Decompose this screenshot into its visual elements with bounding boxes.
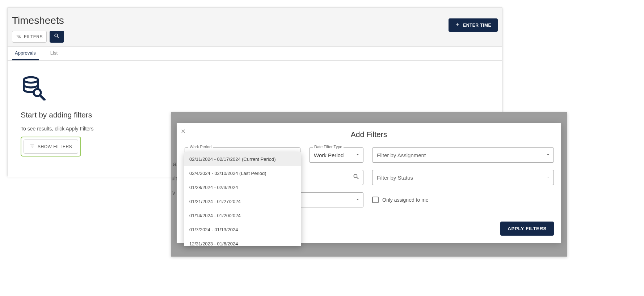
apply-filters-button[interactable]: APPLY FILTERS: [500, 222, 554, 236]
dropdown-option[interactable]: 12/31/2023 - 01/6/2024: [184, 237, 301, 246]
enter-time-button[interactable]: ENTER TIME: [449, 18, 498, 32]
only-assigned-label: Only assigned to me: [382, 197, 429, 203]
date-filter-type-label: Date Filter Type: [313, 145, 344, 149]
database-search-icon: [21, 75, 46, 100]
dropdown-option[interactable]: 02/4/2024 - 02/10/2024 (Last Period): [184, 166, 301, 180]
show-filters-label: SHOW FILTERS: [38, 144, 72, 149]
checkbox-icon[interactable]: [372, 197, 379, 203]
toolbar: FILTERS: [8, 31, 502, 46]
show-filters-button[interactable]: SHOW FILTERS: [24, 140, 78, 154]
filters-button-label: FILTERS: [24, 34, 43, 39]
svg-point-1: [24, 77, 38, 82]
dropdown-option[interactable]: 01/7/2024 - 01/13/2024: [184, 223, 301, 237]
dropdown-option[interactable]: 02/11/2024 - 02/17/2024 (Current Period): [184, 152, 301, 166]
filter-by-status-field[interactable]: Filter by Status: [372, 170, 554, 185]
filters-button[interactable]: FILTERS: [12, 31, 47, 43]
filter-by-assignment-field[interactable]: Filter by Assignment: [372, 147, 554, 163]
work-period-label: Work Period: [188, 145, 213, 149]
search-icon: [54, 33, 60, 40]
dropdown-option[interactable]: 01/21/2024 - 01/27/2024: [184, 194, 301, 209]
page-title: Timesheets: [8, 8, 502, 31]
tabs: Approvals List: [8, 46, 502, 61]
tab-list[interactable]: List: [47, 47, 60, 60]
dropdown-option[interactable]: 01/28/2024 - 02/3/2024: [184, 180, 301, 194]
modal-title: Add Filters: [186, 130, 552, 139]
svg-line-3: [40, 95, 45, 100]
search-button[interactable]: [50, 31, 64, 43]
tab-approvals[interactable]: Approvals: [12, 47, 39, 60]
assignment-placeholder: Filter by Assignment: [372, 147, 554, 163]
date-filter-type-field[interactable]: Date Filter Type Work Period: [309, 147, 363, 163]
filter-icon: [16, 34, 21, 40]
filter-icon: [30, 143, 35, 150]
close-icon[interactable]: [180, 128, 186, 135]
date-filter-type-value: Work Period: [309, 147, 363, 163]
status-placeholder: Filter by Status: [372, 170, 554, 185]
search-icon: [353, 173, 360, 182]
obscured-text: a: [173, 160, 177, 168]
only-assigned-row[interactable]: Only assigned to me: [372, 192, 554, 207]
dropdown-option[interactable]: 01/14/2024 - 01/20/2024: [184, 209, 301, 223]
enter-time-label: ENTER TIME: [463, 23, 491, 28]
svg-point-0: [19, 37, 21, 38]
work-period-dropdown[interactable]: 02/11/2024 - 02/17/2024 (Current Period)…: [184, 152, 301, 246]
show-filters-highlight: SHOW FILTERS: [21, 137, 81, 156]
plus-icon: [455, 22, 460, 28]
